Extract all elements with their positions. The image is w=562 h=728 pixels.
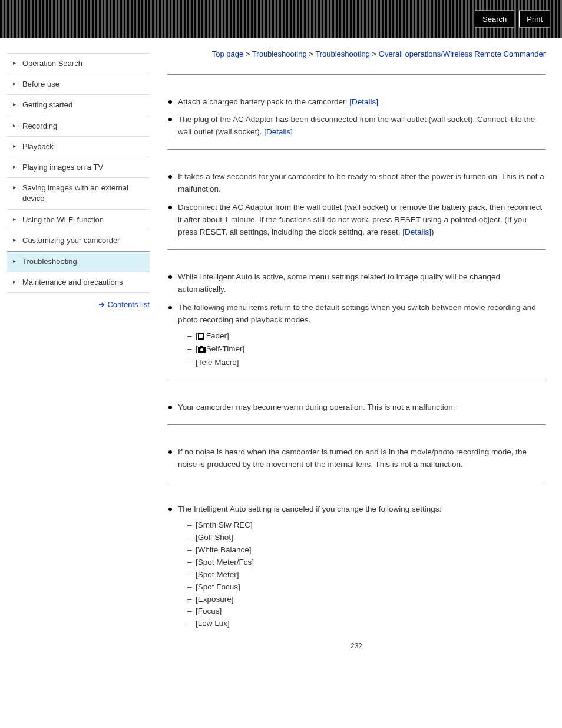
sidebar-item-maintenance[interactable]: Maintenance and precautions — [7, 272, 150, 293]
sublist-item: [Spot Meter/Fcs] — [187, 556, 546, 569]
sublist-item: [Spot Meter] — [187, 569, 546, 581]
sidebar-item-getting-started[interactable]: Getting started — [7, 95, 150, 116]
bullet-item: Your camcorder may become warm during op… — [167, 401, 546, 414]
sidebar: Operation Search Before use Getting star… — [7, 53, 150, 650]
section-5: If no noise is heard when the camcorder … — [167, 424, 546, 471]
movie-icon — [198, 331, 206, 344]
sublist: [Fader] [Self-Timer] [Tele Macro] — [187, 330, 546, 370]
sublist-item: [Spot Focus] — [187, 581, 546, 594]
sublist-text: Self-Timer] — [206, 344, 245, 353]
svg-point-6 — [200, 348, 203, 351]
sublist-item: [Low Lux] — [187, 618, 546, 630]
bullet-text: The plug of the AC Adaptor has been disc… — [178, 115, 535, 136]
breadcrumb-top[interactable]: Top page — [212, 50, 244, 58]
sidebar-item-customizing[interactable]: Customizing your camcorder — [7, 230, 150, 251]
sublist: [Smth Slw REC] [Golf Shot] [White Balanc… — [187, 519, 546, 630]
sublist-item: [Golf Shot] — [187, 532, 546, 544]
breadcrumb-ts2[interactable]: Troubleshooting — [315, 50, 370, 58]
svg-rect-2 — [199, 333, 199, 340]
details-link[interactable]: [Details] — [349, 97, 378, 106]
bullet-item: It takes a few seconds for your camcorde… — [167, 171, 546, 196]
details-link[interactable]: [Details] — [264, 127, 293, 136]
sublist-text: Fader] — [206, 331, 229, 340]
sublist-item: [White Balance] — [187, 544, 546, 556]
sidebar-item-wifi[interactable]: Using the Wi-Fi function — [7, 210, 150, 230]
breadcrumb-sep: > — [243, 50, 252, 58]
print-button[interactable]: Print — [519, 11, 550, 28]
sidebar-item-playing-on-tv[interactable]: Playing images on a TV — [7, 157, 150, 178]
sublist-item: [Exposure] — [187, 594, 546, 606]
sidebar-nav: Operation Search Before use Getting star… — [7, 53, 150, 293]
topbar-buttons: Search Print — [475, 11, 550, 28]
bullet-item: The plug of the AC Adaptor has been disc… — [167, 114, 546, 139]
topbar: Search Print — [0, 0, 562, 38]
breadcrumb-sep: > — [307, 50, 316, 58]
camera-icon — [198, 344, 206, 357]
contents-list-link-wrap: ➔Contents list — [7, 300, 150, 309]
section-6: The Intelligent Auto setting is canceled… — [167, 482, 546, 630]
svg-rect-3 — [203, 333, 203, 340]
page-number: 232 — [167, 642, 546, 650]
bullet-item: Attach a charged battery pack to the cam… — [167, 96, 546, 108]
section-3: While Intelligent Auto is active, some m… — [167, 249, 546, 369]
breadcrumb-ts1[interactable]: Troubleshooting — [252, 50, 307, 58]
bullet-item: The following menu items return to the d… — [167, 302, 546, 370]
breadcrumb: Top page > Troubleshooting > Troubleshoo… — [167, 48, 546, 60]
bullet-text: Disconnect the AC Adaptor from the wall … — [178, 203, 542, 236]
container: Operation Search Before use Getting star… — [0, 38, 562, 650]
section-1: Attach a charged battery pack to the cam… — [167, 74, 546, 139]
bullet-item: While Intelligent Auto is active, some m… — [167, 271, 546, 296]
sublist-item: [Fader] — [187, 330, 546, 344]
arrow-right-icon: ➔ — [98, 300, 105, 309]
sidebar-item-playback[interactable]: Playback — [7, 137, 150, 157]
section-2: It takes a few seconds for your camcorde… — [167, 149, 546, 239]
sublist-item: [Tele Macro] — [187, 357, 546, 369]
bullet-text-post: ) — [431, 228, 434, 236]
bullet-item: Disconnect the AC Adaptor from the wall … — [167, 202, 546, 239]
bullet-item: If no noise is heard when the camcorder … — [167, 446, 546, 471]
main-content: Top page > Troubleshooting > Troubleshoo… — [167, 45, 546, 650]
bullet-item: The Intelligent Auto setting is canceled… — [167, 503, 546, 630]
sidebar-item-recording[interactable]: Recording — [7, 116, 150, 137]
svg-rect-1 — [199, 334, 203, 338]
sidebar-item-saving-images[interactable]: Saving images with an external device — [7, 178, 150, 209]
svg-rect-5 — [200, 346, 203, 348]
sidebar-item-before-use[interactable]: Before use — [7, 74, 150, 95]
details-link[interactable]: [Details] — [402, 228, 431, 236]
bullet-text: The Intelligent Auto setting is canceled… — [178, 505, 441, 513]
sublist-item: [Focus] — [187, 605, 546, 618]
bullet-text: The following menu items return to the d… — [178, 303, 536, 324]
breadcrumb-sep: > — [370, 50, 379, 58]
section-4: Your camcorder may become warm during op… — [167, 380, 546, 414]
contents-list-link[interactable]: Contents list — [107, 300, 150, 309]
sidebar-item-operation-search[interactable]: Operation Search — [7, 54, 150, 74]
sublist-item: [Smth Slw REC] — [187, 519, 546, 532]
bullet-text: Attach a charged battery pack to the cam… — [178, 97, 349, 106]
breadcrumb-current[interactable]: Overall operations/Wireless Remote Comma… — [379, 50, 546, 58]
search-button[interactable]: Search — [475, 11, 514, 28]
sublist-item: [Self-Timer] — [187, 343, 546, 357]
sidebar-item-troubleshooting[interactable]: Troubleshooting — [7, 251, 150, 272]
